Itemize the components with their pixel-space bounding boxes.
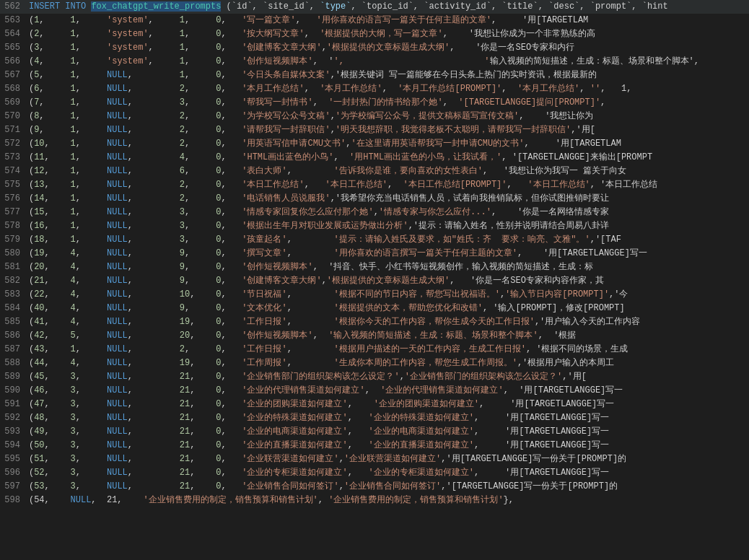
code-line[interactable]: (48, 3, NULL, 21, 0, '企业的特殊渠道如何建立', '企业的… <box>26 411 749 425</box>
code-line[interactable]: (10, 1, NULL, 2, 0, '用英语写信申请CMU文书','在这里请… <box>26 137 749 151</box>
line-number: 593 <box>0 425 26 439</box>
code-line[interactable]: (53, 3, NULL, 21, 0, '企业销售合同如何签订','企业销售合… <box>26 480 749 494</box>
code-line[interactable]: (51, 3, NULL, 21, 0, '企业联营渠道如何建立','企业联营渠… <box>26 452 749 466</box>
table-row: 574(12, 1, NULL, 6, 0, '表白大师', '告诉我你是谁，要… <box>0 165 749 178</box>
line-number: 597 <box>0 480 26 494</box>
table-row: 589(45, 3, NULL, 21, 0, '企业销售部门的组织架构该怎么设… <box>0 370 749 384</box>
code-line[interactable]: (45, 3, NULL, 21, 0, '企业销售部门的组织架构该怎么设定？'… <box>26 370 749 384</box>
code-line[interactable]: (8, 1, NULL, 2, 0, '为学校写公众号文稿','为学校编写公众号… <box>26 110 749 123</box>
code-line[interactable]: (11, 1, NULL, 4, 0, 'HTML画出蓝色的小鸟', '用HTM… <box>26 151 749 165</box>
line-number: 562 <box>0 0 26 14</box>
line-number: 572 <box>0 137 26 151</box>
table-row: 569(7, 1, NULL, 3, 0, '帮我写一封情书', '一封封热门的… <box>0 96 749 110</box>
line-number: 563 <box>0 14 26 27</box>
code-line[interactable]: (47, 3, NULL, 21, 0, '企业的团购渠道如何建立', '企业的… <box>26 398 749 411</box>
table-row: 587(43, 1, NULL, 2, 0, '工作日报', '根据用户描述的一… <box>0 343 749 356</box>
code-line[interactable]: (2, 1, 'system', 1, 0, '按大纲写文章', '根据提供的大… <box>26 27 749 41</box>
line-number: 592 <box>0 411 26 425</box>
line-number: 577 <box>0 206 26 219</box>
code-line[interactable]: (40, 4, NULL, 9, 0, '文本优化', '根据提供的文本，帮助您… <box>26 302 749 315</box>
code-line[interactable]: (7, 1, NULL, 3, 0, '帮我写一封情书', '一封封热门的情书给… <box>26 96 749 110</box>
line-number: 589 <box>0 370 26 384</box>
table-row: 584(40, 4, NULL, 9, 0, '文本优化', '根据提供的文本，… <box>0 302 749 315</box>
table-row: 583(22, 4, NULL, 10, 0, '节日祝福', '根据不同的节日… <box>0 288 749 302</box>
table-row: 594(50, 3, NULL, 21, 0, '企业的直播渠道如何建立', '… <box>0 439 749 452</box>
line-number: 583 <box>0 288 26 302</box>
table-row: 571(9, 1, NULL, 2, 0, '请帮我写一封辞职信','明天我想辞… <box>0 123 749 137</box>
code-line[interactable]: (20, 4, NULL, 9, 0, '创作短视频脚本', '抖音、快手、小红… <box>26 261 749 274</box>
table-row: 591(47, 3, NULL, 21, 0, '企业的团购渠道如何建立', '… <box>0 398 749 411</box>
code-line[interactable]: INSERT INTO fox_chatgpt_write_prompts (`… <box>26 0 749 14</box>
code-line[interactable]: (5, 1, NULL, 1, 0, '今日头条自媒体文案','根据关键词 写一… <box>26 69 749 82</box>
line-number: 581 <box>0 261 26 274</box>
line-number: 575 <box>0 178 26 192</box>
line-number: 591 <box>0 398 26 411</box>
code-line[interactable]: (43, 1, NULL, 2, 0, '工作日报', '根据用户描述的一天的工… <box>26 343 749 356</box>
table-row: 566(4, 1, 'system', 1, 0, '创作短视频脚本', '',… <box>0 55 749 69</box>
table-row: 596(52, 3, NULL, 21, 0, '企业的专柜渠道如何建立', '… <box>0 466 749 480</box>
line-number: 570 <box>0 110 26 123</box>
line-number: 584 <box>0 302 26 315</box>
line-number: 579 <box>0 233 26 247</box>
line-number: 585 <box>0 315 26 329</box>
table-row: 573(11, 1, NULL, 4, 0, 'HTML画出蓝色的小鸟', '用… <box>0 151 749 165</box>
table-row: 565(3, 1, 'system', 1, 0, '创建博客文章大纲','根据… <box>0 41 749 55</box>
code-line[interactable]: (52, 3, NULL, 21, 0, '企业的专柜渠道如何建立', '企业的… <box>26 466 749 480</box>
code-line[interactable]: (54, NULL, 21, '企业销售费用的制定，销售预算和销售计划', '企… <box>26 494 749 507</box>
table-row: 568(6, 1, NULL, 2, 0, '本月工作总结', '本月工作总结'… <box>0 82 749 96</box>
table-row: 586(42, 5, NULL, 20, 0, '创作短视频脚本', '输入视频… <box>0 329 749 343</box>
code-line[interactable]: (16, 1, NULL, 3, 0, '根据出生年月对职业发展或运势做出分析'… <box>26 219 749 233</box>
code-editor: 562INSERT INTO fox_chatgpt_write_prompts… <box>0 0 749 507</box>
code-line[interactable]: (46, 3, NULL, 21, 0, '企业的代理销售渠道如何建立', '企… <box>26 384 749 398</box>
code-line[interactable]: (44, 4, NULL, 19, 0, '工作周报', '生成你本周的工作内容… <box>26 356 749 370</box>
line-number: 598 <box>0 494 26 507</box>
line-number: 576 <box>0 192 26 206</box>
table-row: 572(10, 1, NULL, 2, 0, '用英语写信申请CMU文书','在… <box>0 137 749 151</box>
table-row: 597(53, 3, NULL, 21, 0, '企业销售合同如何签订','企业… <box>0 480 749 494</box>
code-line[interactable]: (9, 1, NULL, 2, 0, '请帮我写一封辞职信','明天我想辞职，我… <box>26 123 749 137</box>
code-line[interactable]: (21, 4, NULL, 9, 0, '创建博客文章大纲','根据提供的文章标… <box>26 274 749 288</box>
line-number: 566 <box>0 55 26 69</box>
line-number: 580 <box>0 247 26 261</box>
table-row: 598(54, NULL, 21, '企业销售费用的制定，销售预算和销售计划',… <box>0 494 749 507</box>
table-row: 567(5, 1, NULL, 1, 0, '今日头条自媒体文案','根据关键词… <box>0 69 749 82</box>
line-number: 582 <box>0 274 26 288</box>
line-number: 565 <box>0 41 26 55</box>
table-row: 578(16, 1, NULL, 3, 0, '根据出生年月对职业发展或运势做出… <box>0 219 749 233</box>
code-line[interactable]: (15, 1, NULL, 3, 0, '情感专家回复你怎么应付那个她','情感… <box>26 206 749 219</box>
table-row: 562INSERT INTO fox_chatgpt_write_prompts… <box>0 0 749 14</box>
code-line[interactable]: (1, 1, 'system', 1, 0, '写一篇文章', '用你喜欢的语言… <box>26 14 749 27</box>
table-row: 590(46, 3, NULL, 21, 0, '企业的代理销售渠道如何建立',… <box>0 384 749 398</box>
code-line[interactable]: (3, 1, 'system', 1, 0, '创建博客文章大纲','根据提供的… <box>26 41 749 55</box>
code-line[interactable]: (19, 4, NULL, 9, 0, '撰写文章', '用你喜欢的语言撰写一篇… <box>26 247 749 261</box>
code-line[interactable]: (6, 1, NULL, 2, 0, '本月工作总结', '本月工作总结', '… <box>26 82 749 96</box>
code-line[interactable]: (18, 1, NULL, 3, 0, '孩童起名', '提示：请输入姓氏及要求… <box>26 233 749 247</box>
code-line[interactable]: (42, 5, NULL, 20, 0, '创作短视频脚本', '输入视频的简短… <box>26 329 749 343</box>
table-row: 577(15, 1, NULL, 3, 0, '情感专家回复你怎么应付那个她',… <box>0 206 749 219</box>
line-number: 590 <box>0 384 26 398</box>
code-line[interactable]: (12, 1, NULL, 6, 0, '表白大师', '告诉我你是谁，要向喜欢… <box>26 165 749 178</box>
table-row: 563(1, 1, 'system', 1, 0, '写一篇文章', '用你喜欢… <box>0 14 749 27</box>
code-line[interactable]: (13, 1, NULL, 2, 0, '本日工作总结', '本日工作总结', … <box>26 178 749 192</box>
table-row: 575(13, 1, NULL, 2, 0, '本日工作总结', '本日工作总结… <box>0 178 749 192</box>
line-number: 594 <box>0 439 26 452</box>
code-line[interactable]: (22, 4, NULL, 10, 0, '节日祝福', '根据不同的节日内容，… <box>26 288 749 302</box>
table-row: 588(44, 4, NULL, 19, 0, '工作周报', '生成你本周的工… <box>0 356 749 370</box>
table-row: 579(18, 1, NULL, 3, 0, '孩童起名', '提示：请输入姓氏… <box>0 233 749 247</box>
code-line[interactable]: (14, 1, NULL, 2, 0, '电话销售人员说服我','我希望你充当电… <box>26 192 749 206</box>
code-line[interactable]: (41, 4, NULL, 19, 0, '工作日报', '根据你今天的工作内容… <box>26 315 749 329</box>
line-number: 568 <box>0 82 26 96</box>
line-number: 578 <box>0 219 26 233</box>
line-number: 564 <box>0 27 26 41</box>
table-row: 593(49, 3, NULL, 21, 0, '企业的电商渠道如何建立', '… <box>0 425 749 439</box>
line-number: 573 <box>0 151 26 165</box>
table-row: 570(8, 1, NULL, 2, 0, '为学校写公众号文稿','为学校编写… <box>0 110 749 123</box>
line-number: 596 <box>0 466 26 480</box>
code-line[interactable]: (4, 1, 'system', 1, 0, '创作短视频脚本', '', '输… <box>26 55 749 69</box>
line-number: 587 <box>0 343 26 356</box>
line-number: 571 <box>0 123 26 137</box>
code-line[interactable]: (49, 3, NULL, 21, 0, '企业的电商渠道如何建立', '企业的… <box>26 425 749 439</box>
table-row: 581(20, 4, NULL, 9, 0, '创作短视频脚本', '抖音、快手… <box>0 261 749 274</box>
table-row: 585(41, 4, NULL, 19, 0, '工作日报', '根据你今天的工… <box>0 315 749 329</box>
code-line[interactable]: (50, 3, NULL, 21, 0, '企业的直播渠道如何建立', '企业的… <box>26 439 749 452</box>
